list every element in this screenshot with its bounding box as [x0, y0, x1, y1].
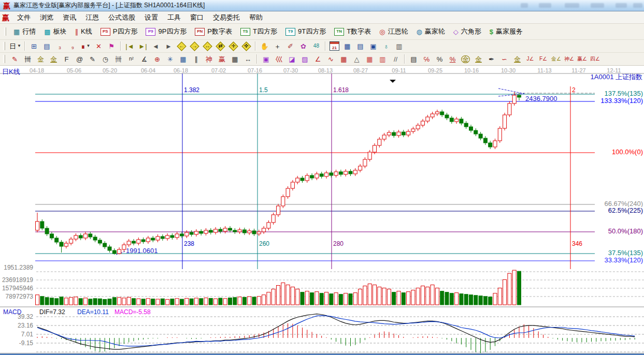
nav-prev-icon[interactable]: ◄ [150, 40, 162, 52]
crosshair-icon[interactable]: ＋ [271, 40, 283, 52]
candle-style-button[interactable]: ∎▼ [80, 40, 92, 52]
calculator-icon[interactable]: ▦ [341, 40, 353, 52]
diamond-left-icon[interactable]: ← [176, 40, 188, 52]
red-grid2-icon[interactable]: ▦ [364, 53, 376, 65]
red-grid-icon[interactable]: ▦ [338, 53, 350, 65]
gann-wheel-button[interactable]: ◎江恩轮 [375, 25, 412, 38]
slash-lines-icon[interactable]: // [390, 53, 402, 65]
wizard-icon[interactable]: ✿ [297, 40, 309, 52]
toolbar-handle[interactable] [4, 27, 6, 36]
gold-lines-icon[interactable]: 金 [473, 53, 484, 65]
menu-item-2[interactable]: 资讯 [58, 11, 81, 24]
winner-service-button[interactable]: $赢家服务 [485, 25, 527, 38]
period-day-button[interactable]: 日▼ [9, 40, 22, 52]
shen-angle-icon[interactable]: 神∠ [563, 53, 575, 65]
9t-square-button[interactable]: T99T四方形 [281, 25, 330, 38]
angle-a-icon[interactable]: ∡ [138, 53, 150, 65]
pane-period-label[interactable]: 日K线 [2, 68, 20, 76]
grid-box-icon[interactable]: ▦ [177, 53, 189, 65]
red-grid3-icon[interactable]: ▥ [377, 53, 389, 65]
gold-circle-icon[interactable]: 金 [460, 53, 471, 65]
info-list-icon[interactable]: ▤ [41, 40, 53, 52]
menu-item-0[interactable]: 文件 [12, 11, 35, 24]
box-lines-icon[interactable]: ▨ [299, 53, 311, 65]
nav-next-icon[interactable]: ► [163, 40, 175, 52]
t-square-button[interactable]: TST四方形 [236, 25, 281, 38]
pen-tool-icon[interactable]: ✎ [87, 53, 98, 65]
gold-ruler2-icon[interactable]: 金 [48, 53, 60, 65]
percent-slash-icon[interactable]: ℅ [421, 53, 433, 65]
chart-9-icon[interactable]: ₉ [67, 40, 79, 52]
macd-pane-label[interactable]: MACD [3, 309, 21, 316]
gold-angle-icon[interactable]: 金∠ [550, 53, 562, 65]
triangle-icon[interactable]: △ [351, 53, 363, 65]
title-bar[interactable]: 赢 赢家江恩专业版[赢家内部服务平台] - [上证指数 SH1A0001-164… [0, 0, 644, 11]
menu-item-6[interactable]: 工具 [163, 11, 185, 24]
wave-icon[interactable]: ∿ [325, 53, 337, 65]
diamond-expand-icon[interactable]: ↔ [202, 40, 213, 52]
share-net-icon[interactable]: ♁ [380, 40, 392, 52]
f-angle-icon[interactable]: F∠ [537, 53, 549, 65]
wave-a-icon[interactable]: ∽ [498, 53, 510, 65]
web-icon[interactable]: ✳ [164, 53, 176, 65]
grid-123-icon[interactable]: ▦ [229, 53, 241, 65]
quote-bars-icon[interactable]: ∥ [190, 53, 202, 65]
angle-line-icon[interactable]: ∠ [312, 53, 324, 65]
gold-ruler-icon[interactable]: 金 [35, 53, 47, 65]
stats-ratio-icon[interactable]: ▤ [408, 53, 420, 65]
toolbar-handle[interactable] [3, 42, 5, 50]
nav-first-icon[interactable]: |◄ [124, 40, 136, 52]
menu-item-7[interactable]: 窗口 [185, 11, 208, 24]
p-table-button[interactable]: PNP数字表 [191, 25, 236, 38]
ying-angle-icon[interactable]: 赢∠ [576, 53, 588, 65]
print-icon[interactable]: ▥ [393, 40, 405, 52]
brush-tool-icon[interactable]: ✎ [9, 53, 21, 65]
time-circle-icon[interactable]: ◷ [99, 53, 111, 65]
notes-icon[interactable]: ▤ [354, 40, 366, 52]
sectors-button[interactable]: ▩板块 [40, 25, 70, 38]
grid-ruler-icon[interactable]: 卌 [112, 53, 124, 65]
nav-last-icon[interactable]: ►| [137, 40, 149, 52]
percent-line-icon[interactable]: % [447, 53, 459, 65]
gold-red-icon[interactable]: 金 [511, 53, 523, 65]
fan-box-icon[interactable]: ◪ [286, 53, 298, 65]
box-corner-icon[interactable]: ▣ [260, 53, 272, 65]
fan-lines-icon[interactable]: 巛 [273, 53, 285, 65]
percent-icon[interactable]: % [434, 53, 446, 65]
spiral-icon[interactable]: @ [74, 53, 85, 65]
diamond-compress-all-icon[interactable]: ✜ [240, 40, 252, 52]
menu-item-9[interactable]: 帮助 [245, 11, 267, 24]
winner-wheel-button[interactable]: ◍赢家轮 [412, 25, 449, 38]
menu-item-8[interactable]: 交易委托 [208, 11, 245, 24]
diamond-right-icon[interactable]: → [189, 40, 201, 52]
angle-measure-icon[interactable]: ✐ [284, 40, 296, 52]
t-table-button[interactable]: TNT数字表 [330, 25, 375, 38]
close-red-icon[interactable]: ✕ [93, 40, 105, 52]
menu-item-3[interactable]: 江恩 [81, 11, 104, 24]
j-angle-icon[interactable]: J∠ [524, 53, 536, 65]
fib-ruler-icon[interactable]: F [61, 53, 73, 65]
chart-3-icon[interactable]: ₃ [54, 40, 66, 52]
save-icon[interactable]: ▣ [367, 40, 379, 52]
toolbar-handle[interactable] [3, 55, 5, 63]
ink-pen-icon[interactable]: ✒ [485, 53, 497, 65]
span-arrows-icon[interactable]: ↔ [242, 53, 254, 65]
compass-icon[interactable]: ⊕ [151, 53, 163, 65]
diamond-expand-all-icon[interactable]: ✛ [227, 40, 239, 52]
menu-item-5[interactable]: 设置 [140, 11, 163, 24]
n-square-icon[interactable]: n² [125, 53, 137, 65]
si-angle-icon[interactable]: 四∠ [589, 53, 601, 65]
diamond-compress-icon[interactable]: ⇄ [214, 40, 226, 52]
hand-pan-icon[interactable]: ✋ [259, 40, 270, 52]
hexagon-button[interactable]: ◇六角形 [449, 25, 485, 38]
cycle-48-icon[interactable]: 48 [310, 40, 322, 52]
9p-square-button[interactable]: P99P四方形 [141, 25, 191, 38]
p-square-button[interactable]: PSP四方形 [96, 25, 142, 38]
chart-window-icon[interactable]: ⊞ [28, 40, 40, 52]
ying-grid-icon[interactable]: 赢 [216, 53, 228, 65]
kline-button[interactable]: ∥K线 [71, 25, 96, 38]
menu-item-4[interactable]: 公式选股 [104, 11, 140, 24]
color-flag-icon[interactable]: ⚑ [106, 40, 118, 52]
gann-ruler-icon[interactable]: 卌 [22, 53, 34, 65]
quotes-button[interactable]: ▦行情 [9, 25, 40, 38]
